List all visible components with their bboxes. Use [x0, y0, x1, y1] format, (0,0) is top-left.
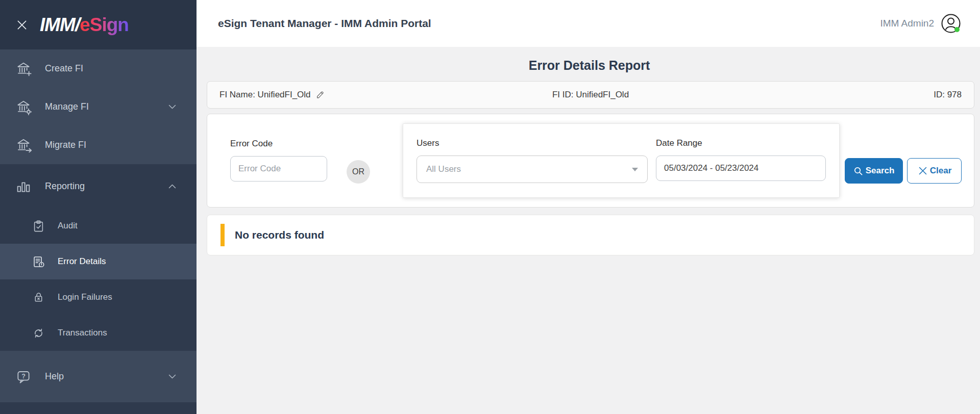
- sidebar-item-label: Manage FI: [45, 101, 89, 112]
- sidebar-filler: [0, 402, 197, 414]
- close-icon[interactable]: [15, 18, 29, 32]
- fi-name-text: FI Name: UnifiedFI_Old: [219, 90, 311, 100]
- sidebar-item-label: Audit: [58, 221, 78, 231]
- sidebar-item-label: Create FI: [45, 63, 83, 74]
- users-field-group: Users All Users: [416, 138, 648, 183]
- logo-esign-text: eSign: [80, 14, 129, 35]
- sidebar-item-error-details[interactable]: Error Details: [0, 244, 197, 279]
- sidebar-item-label: Login Failures: [58, 292, 112, 302]
- filter-buttons: Search Clear: [845, 158, 962, 184]
- pencil-icon[interactable]: [315, 90, 325, 100]
- id-cell: ID: 978: [714, 90, 962, 100]
- error-code-label: Error Code: [230, 139, 327, 149]
- user-menu: IMM Admin2: [880, 13, 962, 34]
- search-button-label: Search: [866, 166, 895, 176]
- app-window: IMM/eSign Create FI: [0, 0, 980, 414]
- sidebar-item-label: Migrate FI: [45, 140, 86, 150]
- clear-x-icon: [917, 165, 928, 176]
- users-label: Users: [416, 138, 648, 148]
- sidebar-item-transactions[interactable]: Transactions: [0, 315, 197, 351]
- sidebar-item-label: Help: [45, 371, 64, 382]
- sidebar-item-audit[interactable]: Audit: [0, 208, 197, 244]
- users-date-group: Users All Users Date Range: [403, 123, 840, 198]
- main-area: eSign Tenant Manager - IMM Admin Portal …: [197, 0, 980, 414]
- warning-accent-bar: [220, 224, 225, 246]
- sidebar-item-migrate-fi[interactable]: Migrate FI: [0, 126, 197, 164]
- bank-plus-icon: [15, 61, 32, 77]
- avatar-icon[interactable]: [940, 13, 962, 34]
- sidebar-item-help[interactable]: ? Help: [0, 351, 197, 402]
- clipboard-check-icon: [32, 219, 45, 233]
- sidebar-reporting-group: Reporting Audit: [0, 164, 197, 351]
- users-select[interactable]: All Users: [416, 156, 648, 183]
- results-panel: No records found: [207, 215, 974, 255]
- fi-info-bar: FI Name: UnifiedFI_Old FI ID: UnifiedFI_…: [207, 81, 974, 109]
- fi-id-cell: FI ID: UnifiedFI_Old: [467, 90, 715, 100]
- error-code-field-group: Error Code: [230, 139, 327, 182]
- app-title: eSign Tenant Manager - IMM Admin Portal: [218, 17, 431, 30]
- error-code-input[interactable]: [230, 156, 327, 182]
- sidebar-logo-strip: IMM/eSign: [0, 0, 197, 49]
- dropdown-caret-icon: [632, 168, 638, 171]
- chevron-up-icon: [167, 182, 177, 191]
- sidebar: IMM/eSign Create FI: [0, 0, 197, 414]
- clear-button[interactable]: Clear: [907, 158, 962, 184]
- chevron-down-icon: [167, 372, 177, 381]
- bar-chart-icon: [15, 178, 32, 194]
- sidebar-item-manage-fi[interactable]: Manage FI: [0, 88, 197, 126]
- date-range-label: Date Range: [656, 138, 826, 148]
- sidebar-nav-top: Create FI Manage FI: [0, 49, 197, 164]
- search-button[interactable]: Search: [845, 158, 903, 184]
- top-header: eSign Tenant Manager - IMM Admin Portal …: [197, 0, 980, 47]
- fi-id-text: FI ID: UnifiedFI_Old: [552, 90, 629, 100]
- bank-migrate-icon: [15, 137, 32, 153]
- chevron-down-icon: [167, 102, 177, 112]
- sidebar-item-login-failures[interactable]: Login Failures: [0, 279, 197, 315]
- sidebar-item-label: Error Details: [58, 256, 106, 267]
- clear-button-label: Clear: [930, 166, 952, 176]
- page-title: Error Details Report: [197, 58, 980, 73]
- logo-imm-text: IMM/: [40, 14, 80, 35]
- search-icon: [853, 166, 863, 176]
- or-badge: OR: [347, 160, 370, 184]
- sidebar-item-label: Reporting: [45, 181, 85, 192]
- imm-esign-logo: IMM/eSign: [40, 14, 129, 36]
- users-selected-value: All Users: [426, 164, 461, 174]
- user-name: IMM Admin2: [880, 18, 934, 29]
- svg-text:?: ?: [21, 373, 26, 380]
- help-bubble-icon: ?: [15, 369, 32, 385]
- sidebar-help-section: ? Help: [0, 351, 197, 402]
- document-error-icon: [32, 255, 45, 269]
- bank-gear-icon: [15, 99, 32, 115]
- date-range-input[interactable]: [656, 156, 826, 181]
- lock-x-icon: [32, 291, 45, 304]
- no-records-message: No records found: [235, 229, 324, 241]
- sidebar-item-label: Transactions: [58, 328, 107, 338]
- id-text: ID: 978: [934, 90, 962, 100]
- sync-arrows-icon: [32, 326, 45, 340]
- sidebar-item-create-fi[interactable]: Create FI: [0, 49, 197, 88]
- filter-panel: Error Code OR Users All Users Date Range: [207, 114, 974, 208]
- sidebar-item-reporting[interactable]: Reporting: [0, 164, 197, 208]
- fi-name-cell: FI Name: UnifiedFI_Old: [219, 90, 467, 100]
- date-range-field-group: Date Range: [656, 138, 826, 183]
